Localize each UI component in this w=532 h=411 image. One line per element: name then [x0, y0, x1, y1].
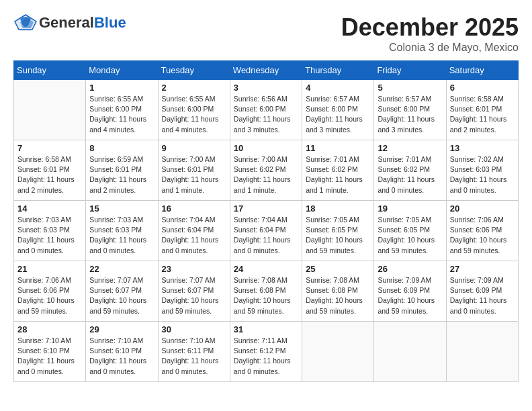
day-number: 3	[234, 83, 298, 93]
day-number: 2	[162, 83, 226, 93]
day-number: 22	[89, 264, 154, 274]
day-number: 29	[89, 324, 154, 334]
day-number: 7	[17, 143, 82, 153]
day-info: Sunrise: 6:57 AMSunset: 6:00 PMDaylight:…	[306, 94, 370, 135]
day-info: Sunrise: 7:05 AMSunset: 6:05 PMDaylight:…	[378, 215, 442, 256]
day-number: 18	[306, 203, 370, 214]
month-title: December 2025	[341, 13, 519, 42]
week-row-4: 21Sunrise: 7:06 AMSunset: 6:06 PMDayligh…	[14, 261, 519, 322]
day-header-tuesday: Tuesday	[158, 61, 230, 80]
day-info: Sunrise: 7:00 AMSunset: 6:02 PMDaylight:…	[234, 154, 298, 195]
day-info: Sunrise: 7:08 AMSunset: 6:08 PMDaylight:…	[306, 275, 370, 316]
day-header-wednesday: Wednesday	[230, 61, 302, 80]
day-info: Sunrise: 7:11 AMSunset: 6:12 PMDaylight:…	[234, 336, 298, 377]
day-info: Sunrise: 7:07 AMSunset: 6:07 PMDaylight:…	[89, 275, 154, 316]
day-number: 20	[450, 203, 515, 214]
day-number: 9	[162, 143, 226, 153]
day-number: 16	[162, 203, 226, 214]
day-cell: 5Sunrise: 6:57 AMSunset: 6:00 PMDaylight…	[374, 80, 446, 140]
week-row-2: 7Sunrise: 6:58 AMSunset: 6:01 PMDaylight…	[14, 140, 519, 201]
day-number: 4	[306, 83, 370, 93]
day-info: Sunrise: 7:10 AMSunset: 6:10 PMDaylight:…	[17, 336, 82, 377]
day-header-friday: Friday	[374, 61, 446, 80]
day-cell	[302, 322, 374, 382]
day-info: Sunrise: 7:06 AMSunset: 6:06 PMDaylight:…	[17, 275, 82, 316]
day-info: Sunrise: 7:08 AMSunset: 6:08 PMDaylight:…	[234, 275, 298, 316]
day-cell: 29Sunrise: 7:10 AMSunset: 6:10 PMDayligh…	[86, 322, 158, 382]
day-info: Sunrise: 6:59 AMSunset: 6:01 PMDaylight:…	[89, 154, 154, 195]
day-number: 6	[450, 83, 515, 93]
day-cell: 3Sunrise: 6:56 AMSunset: 6:00 PMDaylight…	[230, 80, 302, 140]
day-info: Sunrise: 6:56 AMSunset: 6:00 PMDaylight:…	[234, 94, 298, 135]
day-info: Sunrise: 6:57 AMSunset: 6:00 PMDaylight:…	[378, 94, 442, 135]
day-number: 31	[234, 324, 298, 334]
day-number: 1	[89, 83, 154, 93]
day-cell: 28Sunrise: 7:10 AMSunset: 6:10 PMDayligh…	[14, 322, 86, 382]
day-cell: 13Sunrise: 7:02 AMSunset: 6:03 PMDayligh…	[446, 140, 518, 201]
day-cell: 10Sunrise: 7:00 AMSunset: 6:02 PMDayligh…	[230, 140, 302, 201]
day-number: 14	[17, 203, 82, 214]
day-cell: 4Sunrise: 6:57 AMSunset: 6:00 PMDaylight…	[302, 80, 374, 140]
day-number: 24	[234, 264, 298, 274]
calendar-header-row: SundayMondayTuesdayWednesdayThursdayFrid…	[14, 61, 519, 80]
day-number: 21	[17, 264, 82, 274]
day-number: 30	[162, 324, 226, 334]
logo-text: GeneralBlue	[39, 14, 126, 32]
day-info: Sunrise: 7:10 AMSunset: 6:10 PMDaylight:…	[89, 336, 154, 377]
day-info: Sunrise: 7:03 AMSunset: 6:03 PMDaylight:…	[17, 215, 82, 256]
day-cell: 26Sunrise: 7:09 AMSunset: 6:09 PMDayligh…	[374, 261, 446, 322]
day-header-monday: Monday	[86, 61, 158, 80]
day-info: Sunrise: 7:04 AMSunset: 6:04 PMDaylight:…	[162, 215, 226, 256]
day-info: Sunrise: 7:10 AMSunset: 6:11 PMDaylight:…	[162, 336, 226, 377]
day-info: Sunrise: 7:04 AMSunset: 6:04 PMDaylight:…	[234, 215, 298, 256]
day-number: 13	[450, 143, 515, 153]
day-cell: 14Sunrise: 7:03 AMSunset: 6:03 PMDayligh…	[14, 201, 86, 261]
day-header-thursday: Thursday	[302, 61, 374, 80]
day-cell: 21Sunrise: 7:06 AMSunset: 6:06 PMDayligh…	[14, 261, 86, 322]
day-number: 12	[378, 143, 442, 153]
day-cell: 24Sunrise: 7:08 AMSunset: 6:08 PMDayligh…	[230, 261, 302, 322]
day-info: Sunrise: 7:09 AMSunset: 6:09 PMDaylight:…	[378, 275, 442, 316]
logo-icon	[13, 13, 38, 32]
day-info: Sunrise: 6:58 AMSunset: 6:01 PMDaylight:…	[17, 154, 82, 195]
day-cell: 12Sunrise: 7:01 AMSunset: 6:02 PMDayligh…	[374, 140, 446, 201]
day-number: 23	[162, 264, 226, 274]
day-number: 27	[450, 264, 515, 274]
day-cell: 16Sunrise: 7:04 AMSunset: 6:04 PMDayligh…	[158, 201, 230, 261]
day-cell: 27Sunrise: 7:09 AMSunset: 6:09 PMDayligh…	[446, 261, 518, 322]
day-cell	[446, 322, 518, 382]
day-cell: 20Sunrise: 7:06 AMSunset: 6:06 PMDayligh…	[446, 201, 518, 261]
day-number: 17	[234, 203, 298, 214]
day-info: Sunrise: 7:07 AMSunset: 6:07 PMDaylight:…	[162, 275, 226, 316]
page-header: GeneralBlue December 2025 Colonia 3 de M…	[13, 13, 519, 54]
day-number: 28	[17, 324, 82, 334]
day-info: Sunrise: 7:05 AMSunset: 6:05 PMDaylight:…	[306, 215, 370, 256]
day-cell	[14, 80, 86, 140]
day-number: 26	[378, 264, 442, 274]
day-cell: 7Sunrise: 6:58 AMSunset: 6:01 PMDaylight…	[14, 140, 86, 201]
day-number: 10	[234, 143, 298, 153]
calendar-table: SundayMondayTuesdayWednesdayThursdayFrid…	[13, 60, 519, 382]
day-number: 19	[378, 203, 442, 214]
day-cell: 2Sunrise: 6:55 AMSunset: 6:00 PMDaylight…	[158, 80, 230, 140]
week-row-3: 14Sunrise: 7:03 AMSunset: 6:03 PMDayligh…	[14, 201, 519, 261]
logo: GeneralBlue	[13, 13, 126, 32]
day-number: 5	[378, 83, 442, 93]
day-info: Sunrise: 7:00 AMSunset: 6:01 PMDaylight:…	[162, 154, 226, 195]
day-header-sunday: Sunday	[14, 61, 86, 80]
day-cell: 23Sunrise: 7:07 AMSunset: 6:07 PMDayligh…	[158, 261, 230, 322]
day-cell: 1Sunrise: 6:55 AMSunset: 6:00 PMDaylight…	[86, 80, 158, 140]
day-cell: 8Sunrise: 6:59 AMSunset: 6:01 PMDaylight…	[86, 140, 158, 201]
day-info: Sunrise: 7:06 AMSunset: 6:06 PMDaylight:…	[450, 215, 515, 256]
title-block: December 2025 Colonia 3 de Mayo, Mexico	[341, 13, 519, 54]
day-info: Sunrise: 7:02 AMSunset: 6:03 PMDaylight:…	[450, 154, 515, 195]
day-header-saturday: Saturday	[446, 61, 518, 80]
day-info: Sunrise: 7:09 AMSunset: 6:09 PMDaylight:…	[450, 275, 515, 316]
day-info: Sunrise: 7:01 AMSunset: 6:02 PMDaylight:…	[378, 154, 442, 195]
day-cell: 22Sunrise: 7:07 AMSunset: 6:07 PMDayligh…	[86, 261, 158, 322]
day-info: Sunrise: 7:01 AMSunset: 6:02 PMDaylight:…	[306, 154, 370, 195]
day-number: 15	[89, 203, 154, 214]
location: Colonia 3 de Mayo, Mexico	[341, 42, 519, 54]
day-cell: 6Sunrise: 6:58 AMSunset: 6:01 PMDaylight…	[446, 80, 518, 140]
day-cell	[374, 322, 446, 382]
